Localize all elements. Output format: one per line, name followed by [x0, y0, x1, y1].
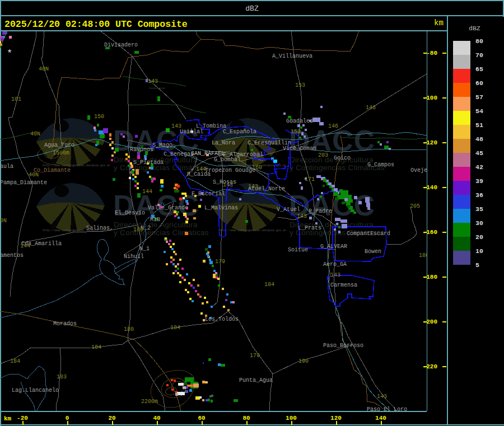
svg-text:Los_Toldos: Los_Toldos: [205, 316, 239, 322]
svg-text:El_Desvio: El_Desvio: [115, 210, 145, 216]
svg-text:Nihuil: Nihuil: [124, 254, 144, 260]
svg-text:Guadales: Guadales: [286, 118, 313, 124]
svg-text:160: 160: [252, 165, 262, 171]
svg-text:179: 179: [215, 259, 225, 265]
svg-text:C_Benegas: C_Benegas: [164, 151, 194, 157]
svg-text:Salinas,: Salinas,: [86, 225, 113, 231]
svg-text:Valle_Grande: Valle_Grande: [148, 205, 188, 211]
svg-text:183: 183: [57, 374, 67, 380]
svg-text:Goico: Goico: [334, 155, 351, 161]
svg-text:G_Campos: G_Campos: [367, 162, 394, 168]
svg-text:184: 184: [10, 358, 20, 364]
svg-text:184: 184: [170, 325, 180, 331]
svg-text:153: 153: [291, 129, 301, 135]
svg-text:S_Pintada: S_Pintada: [133, 160, 164, 166]
svg-text:Rayunos: Rayunos: [130, 147, 153, 153]
svg-text:M1B: M1B: [150, 217, 160, 223]
svg-text:2200m: 2200m: [141, 399, 158, 405]
svg-text:La_Nora: La_Nora: [212, 140, 235, 146]
svg-text:190: 190: [298, 358, 309, 364]
svg-text:40N: 40N: [29, 172, 39, 178]
svg-text:40N: 40N: [30, 131, 40, 137]
svg-text:150: 150: [94, 114, 104, 120]
svg-text:203: 203: [318, 152, 328, 158]
svg-text:Lag.Llancanelo: Lag.Llancanelo: [12, 387, 59, 394]
svg-text:144: 144: [20, 243, 30, 249]
svg-text:N_1: N_1: [139, 246, 150, 252]
svg-text:1500m: 1500m: [53, 150, 69, 156]
svg-text:amentos: amentos: [0, 252, 24, 259]
svg-text:L_Tombina: L_Tombina: [196, 123, 226, 129]
svg-text:144: 144: [196, 166, 206, 172]
svg-text:Dirección de Agricultura: Dirección de Agricultura: [290, 156, 374, 164]
svg-text:40N: 40N: [0, 218, 7, 224]
svg-text:A_Villanueva: A_Villanueva: [272, 53, 312, 59]
svg-text:Tropezon Goudge: Tropezon Goudge: [205, 167, 255, 174]
svg-text:171: 171: [305, 176, 315, 182]
svg-text:Aero_GA: Aero_GA: [323, 261, 347, 268]
svg-text:Carmensa: Carmensa: [330, 282, 357, 288]
svg-text:101: 101: [11, 96, 21, 102]
svg-text:R_Padre: R_Padre: [309, 208, 332, 214]
svg-text:Punta_Agua: Punta_Agua: [239, 377, 273, 383]
svg-text:Usillal: Usillal: [180, 129, 203, 135]
svg-text:CompantEscard: CompantEscard: [347, 231, 390, 237]
svg-text:Pampa_Diamante: Pampa_Diamante: [0, 180, 47, 186]
svg-text:153: 153: [295, 82, 305, 88]
svg-text:40N: 40N: [39, 66, 49, 72]
svg-text:E_Escorial: E_Escorial: [192, 191, 225, 197]
svg-text:143: 143: [148, 78, 158, 85]
svg-text:aula: aula: [0, 163, 13, 170]
svg-text:E_Algarrobal: E_Algarrobal: [223, 152, 263, 158]
svg-text:V_Atuel: V_Atuel: [277, 207, 300, 213]
svg-text:143: 143: [223, 182, 233, 188]
svg-text:143: 143: [171, 123, 181, 129]
svg-text:y Contingencias Climáticas: y Contingencias Climáticas: [114, 228, 209, 237]
svg-text:179: 179: [250, 353, 260, 359]
svg-text:180: 180: [133, 227, 143, 233]
svg-text:143: 143: [248, 184, 258, 190]
svg-text:143: 143: [330, 272, 340, 278]
svg-text:Paso_Borroso: Paso_Borroso: [323, 343, 363, 349]
svg-text:143: 143: [297, 213, 307, 219]
svg-text:SAN_RAFAEL: SAN_RAFAEL: [191, 151, 225, 157]
svg-text:146: 146: [366, 105, 376, 111]
svg-text:S_Mago: S_Mago: [152, 142, 172, 148]
svg-text:144: 144: [142, 189, 152, 195]
svg-text:L_Malvinas: L_Malvinas: [204, 205, 238, 211]
svg-text:180: 180: [124, 326, 134, 333]
svg-text:184: 184: [264, 282, 274, 288]
svg-text:Oveje: Oveje: [410, 167, 427, 174]
svg-text:143: 143: [377, 394, 387, 400]
svg-text:180: 180: [419, 252, 427, 259]
svg-text:C_Española: C_Española: [223, 129, 256, 135]
svg-text:Agua_Toro: Agua_Toro: [44, 142, 74, 148]
svg-text:Vice_Coman: Vice_Coman: [283, 146, 316, 152]
svg-text:Co_Diamante: Co_Diamante: [34, 167, 71, 174]
svg-text:*: *: [7, 48, 12, 59]
svg-text:L_Prats: L_Prats: [298, 225, 321, 231]
svg-text:Bowen: Bowen: [365, 249, 381, 255]
svg-text:http://www.contingencias.mendo: http://www.contingencias.mendoza.gov.ar: [218, 229, 286, 232]
svg-text:184: 184: [91, 344, 101, 350]
svg-text:Paso_El_Loro: Paso_El_Loro: [367, 406, 407, 411]
svg-text:Divisadero: Divisadero: [104, 42, 138, 48]
svg-text:G_ALVEAR: G_ALVEAR: [320, 244, 347, 250]
svg-text:Morados: Morados: [53, 321, 77, 327]
svg-text:Soitue: Soitue: [288, 247, 308, 253]
svg-text:205: 205: [410, 203, 420, 209]
svg-text:146: 146: [328, 123, 338, 129]
